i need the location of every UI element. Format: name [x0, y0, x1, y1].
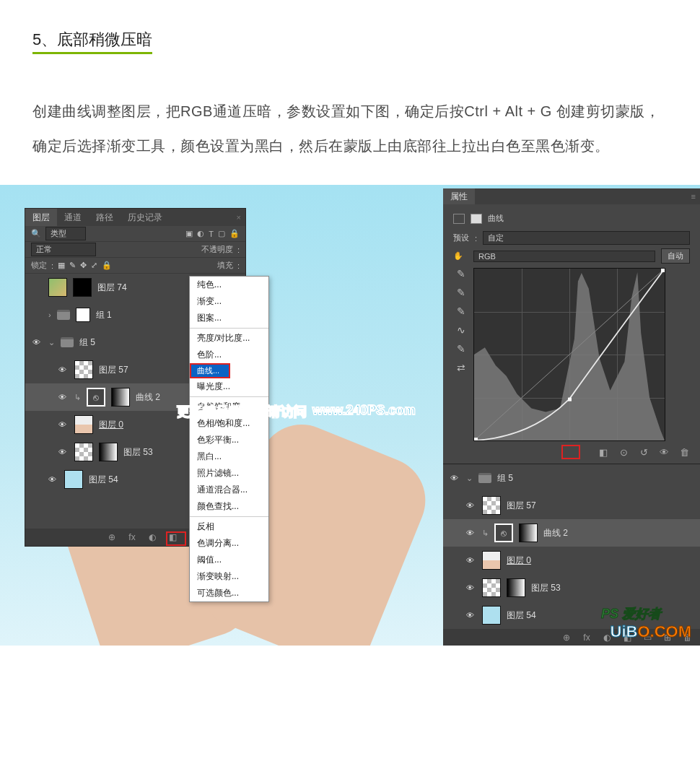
- layer-thumb[interactable]: [482, 551, 501, 570]
- chevron-right-icon[interactable]: ›: [48, 310, 51, 319]
- channel-select[interactable]: RGB: [473, 251, 655, 262]
- chevron-down-icon[interactable]: ⌄: [48, 338, 55, 347]
- filter-icon[interactable]: ▣: [185, 229, 193, 238]
- kind-filter[interactable]: 类型: [45, 227, 86, 240]
- menu-item-curves[interactable]: 曲线...: [190, 363, 230, 378]
- visibility-toggle[interactable]: 👁: [463, 501, 476, 510]
- chevron-down-icon[interactable]: ⌄: [466, 474, 473, 483]
- link-icon[interactable]: ⊕: [107, 532, 117, 542]
- auto-button[interactable]: 自动: [661, 248, 690, 264]
- preset-select[interactable]: 自定: [483, 231, 690, 245]
- tab-history[interactable]: 历史记录: [121, 209, 170, 226]
- layer-row[interactable]: 👁 图层 0: [443, 547, 700, 574]
- menu-item[interactable]: 黑白...: [190, 448, 268, 465]
- layer-name[interactable]: 图层 54: [89, 474, 118, 486]
- lock-icon[interactable]: 🔒: [102, 261, 112, 270]
- reset-icon[interactable]: ↺: [638, 447, 649, 458]
- lock-icon[interactable]: ✎: [69, 261, 76, 270]
- layer-name[interactable]: 图层 0: [507, 555, 531, 567]
- layer-name[interactable]: 图层 53: [531, 582, 561, 594]
- layer-thumb[interactable]: [482, 496, 501, 515]
- visibility-toggle[interactable]: 👁: [463, 529, 476, 537]
- eyedropper-icon[interactable]: ✎: [457, 268, 465, 279]
- layer-name[interactable]: 曲线 2: [543, 527, 568, 539]
- menu-item[interactable]: 亮度/对比度...: [190, 330, 268, 347]
- layer-name[interactable]: 组 5: [79, 336, 95, 349]
- visibility-toggle[interactable]: 👁: [463, 611, 476, 620]
- menu-item[interactable]: 色调分离...: [190, 535, 268, 552]
- lock-icon[interactable]: ✥: [80, 261, 87, 270]
- menu-item[interactable]: 阈值...: [190, 552, 268, 568]
- clip-to-layer-icon[interactable]: ◧: [598, 447, 609, 458]
- mask-thumb[interactable]: [99, 443, 118, 461]
- menu-item[interactable]: 纯色...: [190, 277, 268, 293]
- layer-row[interactable]: 👁 图层 53: [443, 574, 700, 601]
- layer-name[interactable]: 图层 54: [507, 609, 536, 622]
- menu-item[interactable]: 颜色查找...: [190, 498, 268, 515]
- layer-row[interactable]: 👁 图层 57: [443, 492, 700, 519]
- menu-item[interactable]: 照片滤镜...: [190, 465, 268, 482]
- menu-item[interactable]: 通道混合器...: [190, 482, 268, 498]
- mask-thumb[interactable]: [507, 578, 525, 597]
- mask-thumb[interactable]: [111, 388, 130, 407]
- layer-thumb[interactable]: [48, 278, 67, 297]
- pencil-icon[interactable]: ✎: [457, 343, 465, 355]
- menu-item[interactable]: 色彩平衡...: [190, 432, 268, 448]
- hand-icon[interactable]: ✋: [453, 251, 468, 261]
- filter-icon[interactable]: ◐: [197, 229, 204, 238]
- layer-name[interactable]: 图层 53: [123, 446, 153, 459]
- visibility-toggle[interactable]: 👁: [56, 420, 69, 429]
- layer-name[interactable]: 图层 0: [99, 419, 123, 431]
- layer-name[interactable]: 组 5: [497, 472, 513, 485]
- visibility-toggle[interactable]: 👁: [56, 393, 69, 401]
- close-icon[interactable]: ×: [237, 213, 241, 222]
- layer-name[interactable]: 图层 57: [507, 500, 536, 512]
- tab-properties[interactable]: 属性: [443, 188, 475, 204]
- smooth-icon[interactable]: ⇄: [457, 362, 465, 373]
- tab-paths[interactable]: 路径: [89, 209, 121, 226]
- adjustment-thumb[interactable]: ⎋: [494, 523, 513, 542]
- tab-channels[interactable]: 通道: [57, 209, 89, 226]
- layer-name[interactable]: 图层 57: [99, 364, 128, 376]
- link-icon[interactable]: ⊕: [561, 633, 572, 643]
- blend-mode-select[interactable]: 正常: [31, 243, 96, 256]
- visibility-toggle[interactable]: 👁: [30, 338, 43, 347]
- visibility-toggle[interactable]: 👁: [447, 474, 460, 482]
- layer-row-group[interactable]: 👁 ⌄ 组 5: [443, 464, 700, 492]
- visibility-toggle[interactable]: 👁: [463, 583, 476, 592]
- filter-icon letter-T[interactable]: T: [209, 230, 214, 238]
- layer-thumb[interactable]: [74, 443, 93, 461]
- layer-name[interactable]: 组 1: [96, 309, 112, 321]
- lock-icon[interactable]: ▦: [58, 261, 65, 270]
- lock-icon[interactable]: ⤢: [91, 261, 97, 270]
- trash-icon[interactable]: 🗑: [678, 447, 690, 458]
- group-mask[interactable]: [76, 308, 90, 322]
- eyedropper-icon[interactable]: ✎: [457, 305, 465, 317]
- mask-icon[interactable]: ◐: [147, 532, 157, 542]
- layer-name[interactable]: 曲线 2: [136, 391, 160, 404]
- layer-thumb[interactable]: [74, 360, 93, 379]
- fx-icon[interactable]: fx: [582, 633, 592, 643]
- curve-canvas[interactable]: [473, 268, 665, 441]
- mask-thumb[interactable]: [519, 523, 538, 542]
- layer-thumb[interactable]: [74, 415, 93, 434]
- menu-item[interactable]: 图案...: [190, 310, 268, 326]
- tab-layers[interactable]: 图层: [25, 209, 57, 226]
- visibility-toggle[interactable]: 👁: [463, 556, 476, 565]
- menu-item[interactable]: 渐变...: [190, 293, 268, 310]
- menu-item[interactable]: 渐变映射...: [190, 568, 268, 585]
- eyedropper-icon[interactable]: ✎: [457, 287, 465, 298]
- layer-row[interactable]: 👁 ↳ ⎋ 曲线 2: [443, 519, 700, 547]
- view-previous-icon[interactable]: ⊙: [618, 447, 629, 458]
- visibility-toggle[interactable]: 👁: [56, 365, 69, 374]
- mask-thumb[interactable]: [73, 278, 92, 297]
- layer-thumb[interactable]: [64, 470, 83, 489]
- filter-icon[interactable]: ▢: [218, 229, 225, 238]
- menu-item[interactable]: 可选颜色...: [190, 585, 268, 601]
- curve-point-icon[interactable]: ∿: [457, 324, 465, 336]
- menu-item[interactable]: 反相: [190, 518, 268, 535]
- adjustment-thumb[interactable]: ⎋: [87, 388, 105, 407]
- search-icon[interactable]: 🔍: [31, 229, 41, 238]
- layer-name[interactable]: 图层 74: [97, 282, 127, 294]
- menu-item[interactable]: 曝光度...: [190, 378, 268, 395]
